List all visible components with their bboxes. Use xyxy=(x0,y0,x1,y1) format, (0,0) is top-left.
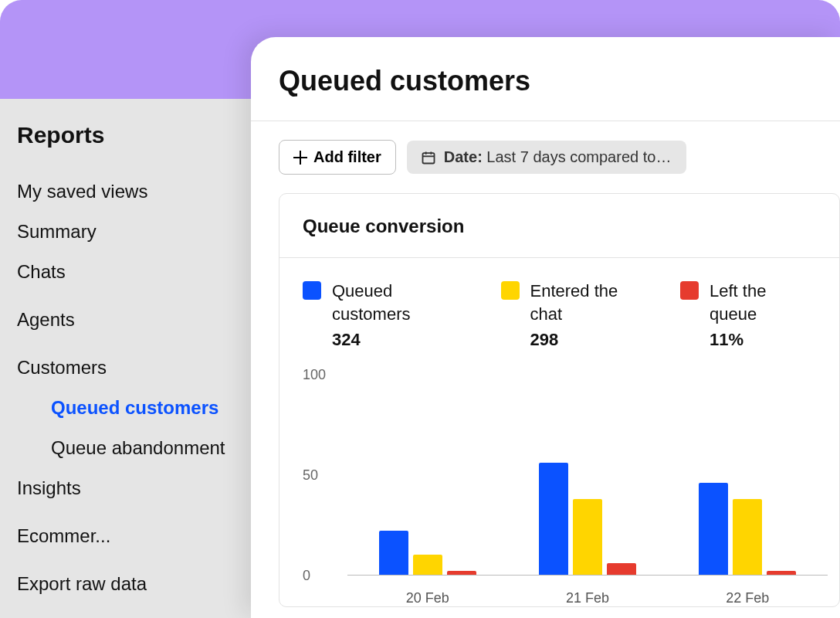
metrics-row: Queued customers 324 Entered the chat 29… xyxy=(279,258,839,356)
sidebar-item-agents[interactable]: Agents xyxy=(17,300,241,340)
x-tick-label: 22 Feb xyxy=(726,590,769,606)
metric-value: 324 xyxy=(332,330,473,350)
bar xyxy=(767,571,796,575)
bar xyxy=(607,563,636,576)
sidebar-item-summary[interactable]: Summary xyxy=(17,212,241,252)
metric-label: Queued customers xyxy=(332,280,473,325)
x-labels: 20 Feb21 Feb22 Feb xyxy=(347,590,828,606)
sidebar-item-insights[interactable]: Insights xyxy=(17,468,241,508)
sidebar-item-chats[interactable]: Chats xyxy=(17,252,241,292)
card-title: Queue conversion xyxy=(303,216,816,237)
add-filter-button[interactable]: Add filter xyxy=(279,140,396,175)
chart: 05010020 Feb21 Feb22 Feb xyxy=(303,375,828,606)
sidebar-title: Reports xyxy=(17,122,251,148)
bars-wrap xyxy=(347,375,828,575)
metric-entered: Entered the chat 298 xyxy=(501,280,652,350)
add-filter-label: Add filter xyxy=(313,148,381,166)
metric-value: 298 xyxy=(530,330,652,350)
date-filter-chip[interactable]: Date: Last 7 days compared to Previo… xyxy=(407,141,686,174)
queue-conversion-card: Queue conversion Queued customers 324 En… xyxy=(279,193,840,607)
legend-swatch-red xyxy=(680,281,699,300)
y-tick-label: 50 xyxy=(303,467,318,484)
bar xyxy=(699,483,728,576)
bar xyxy=(379,531,408,575)
x-tick-label: 20 Feb xyxy=(406,590,449,606)
metric-label: Left the queue xyxy=(710,280,816,325)
app-shell: Reports My saved views Summary Chats Age… xyxy=(0,0,840,618)
metric-left: Left the queue 11% xyxy=(680,280,816,350)
y-tick-label: 100 xyxy=(303,367,326,383)
card-header: Queue conversion xyxy=(279,194,839,258)
sidebar: Reports My saved views Summary Chats Age… xyxy=(0,99,251,618)
legend-swatch-yellow xyxy=(501,281,520,300)
plus-icon xyxy=(293,151,307,165)
bar xyxy=(447,571,476,575)
calendar-icon xyxy=(421,150,436,165)
sidebar-item-my-saved-views[interactable]: My saved views xyxy=(17,171,241,212)
metric-value: 11% xyxy=(710,330,816,350)
page-title: Queued customers xyxy=(251,37,840,121)
legend-swatch-blue xyxy=(303,281,321,300)
sidebar-item-customers[interactable]: Customers xyxy=(17,348,241,388)
bar xyxy=(733,499,762,576)
y-tick-label: 0 xyxy=(303,568,310,584)
filter-bar: Add filter Date: Last 7 days compared to… xyxy=(251,121,840,193)
bar-group xyxy=(689,483,805,576)
x-tick-label: 21 Feb xyxy=(566,590,609,606)
bar-group xyxy=(370,531,486,575)
date-filter-label: Date: Last 7 days compared to Previo… xyxy=(444,148,672,166)
bar xyxy=(539,463,568,576)
main-panel: Queued customers Add filter Date: Last 7… xyxy=(251,37,840,618)
metric-label: Entered the chat xyxy=(530,280,652,325)
svg-rect-0 xyxy=(422,153,434,163)
bar xyxy=(413,555,442,575)
sidebar-item-queued-customers[interactable]: Queued customers xyxy=(17,388,251,428)
bar xyxy=(573,499,602,576)
sidebar-item-export-raw-data[interactable]: Export raw data xyxy=(17,564,241,604)
metric-queued: Queued customers 324 xyxy=(303,280,473,350)
sidebar-item-ecommerce[interactable]: Ecommer... xyxy=(17,516,241,556)
sidebar-item-queue-abandonment[interactable]: Queue abandonment xyxy=(17,428,251,468)
chart-area: 05010020 Feb21 Feb22 Feb xyxy=(279,356,839,606)
bar-group xyxy=(530,463,645,576)
x-axis xyxy=(347,575,828,576)
